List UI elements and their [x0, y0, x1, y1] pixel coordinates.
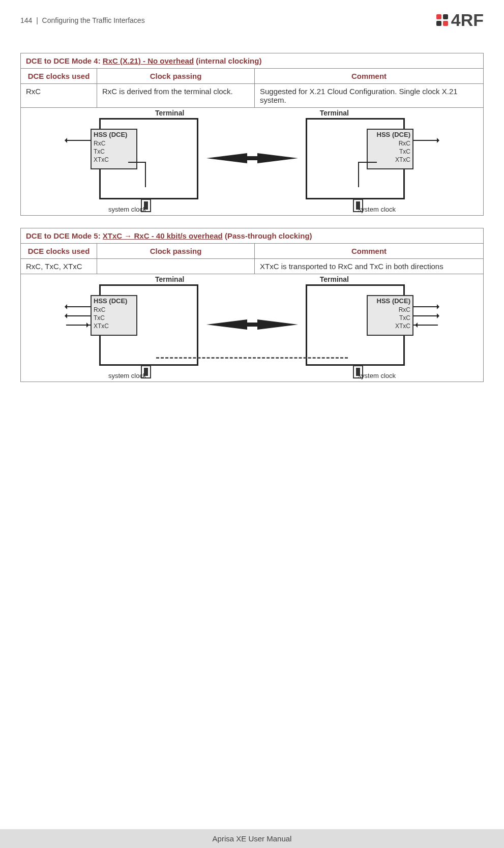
- mode4-title-suffix: (internal clocking): [194, 56, 261, 65]
- header-left-text: 144 | Configuring the Traffic Interfaces: [20, 16, 145, 24]
- hss-title-left5: HSS (DCE): [94, 297, 134, 305]
- mode5-title-cell: DCE to DCE Mode 5: XTxC → RxC - 40 kbit/…: [21, 228, 484, 244]
- txc-label5: TxC: [94, 314, 105, 322]
- txc-label-r: TxC: [399, 148, 410, 156]
- dashed-link-line: [156, 357, 348, 359]
- mode4-title-cell: DCE to DCE Mode 4: RxC (X.21) - No overh…: [21, 53, 484, 69]
- arrow-icon: [66, 325, 91, 326]
- section-title: Configuring the Traffic Interfaces: [42, 16, 145, 24]
- mode5-title-suffix: (Pass-through clocking): [223, 231, 312, 240]
- terminal-label-right5: Terminal: [320, 275, 349, 283]
- radio-link-arrow-icon: [206, 318, 298, 331]
- mode5-title-underline: XTxC → RxC - 40 kbit/s overhead: [103, 231, 223, 240]
- hss-title-right: HSS (DCE): [370, 131, 410, 138]
- svg-marker-1: [206, 319, 298, 330]
- system-clock-label-right5: system clock: [358, 372, 396, 379]
- mode4-title-underline: RxC (X.21) - No overhead: [103, 56, 194, 65]
- xtxc-label: XTxC: [94, 156, 109, 164]
- mode5-col1-header: DCE clocks used: [21, 244, 97, 259]
- mode5-col2-header: Clock passing: [97, 244, 255, 259]
- mode4-title-prefix: DCE to DCE Mode 4:: [26, 56, 103, 65]
- system-clock-label-left: system clock: [108, 206, 146, 213]
- hss-block-right5: HSS (DCE) RxC TxC XTxC: [367, 295, 413, 336]
- rxc-label5: RxC: [94, 306, 105, 314]
- svg-marker-0: [206, 153, 298, 163]
- footer-bar: Aprisa XE User Manual: [0, 829, 504, 848]
- hss-block-left: HSS (DCE) RxC TxC XTxC: [91, 129, 137, 169]
- mode4-table: DCE to DCE Mode 4: RxC (X.21) - No overh…: [20, 53, 484, 216]
- hss-title-right5: HSS (DCE): [370, 297, 410, 305]
- mode5-diagram: Terminal Terminal HSS (DCE) RxC TxC XTxC: [23, 278, 481, 377]
- rxc-label: RxC: [94, 139, 105, 148]
- hss-block-right: HSS (DCE) RxC TxC XTxC: [367, 129, 413, 169]
- mode4-col1-header: DCE clocks used: [21, 69, 97, 84]
- terminal-label-left5: Terminal: [155, 275, 184, 283]
- mode5-r1c1: RxC, TxC, XTxC: [21, 259, 97, 274]
- logo-text: 4RF: [451, 10, 484, 30]
- system-clock-label-right: system clock: [358, 206, 396, 213]
- terminal-box-right5: HSS (DCE) RxC TxC XTxC: [306, 284, 405, 366]
- system-clock-label-left5: system clock: [108, 372, 146, 379]
- txc-label: TxC: [94, 148, 105, 156]
- xtxc-label5r: XTxC: [395, 322, 410, 330]
- arrow-icon: [66, 315, 91, 316]
- hss-block-left5: HSS (DCE) RxC TxC XTxC: [91, 295, 137, 336]
- mode4-col2-header: Clock passing: [97, 69, 255, 84]
- mode4-r1c1: RxC: [21, 84, 97, 108]
- arrow-icon: [66, 306, 91, 307]
- rxc-label5r: RxC: [399, 306, 410, 314]
- clock-wire-right: [358, 162, 359, 187]
- sysclk-text-r: system clock: [358, 206, 396, 213]
- footer-manual-title: Aprisa XE User Manual: [213, 834, 292, 843]
- mode4-col3-header: Comment: [255, 69, 484, 84]
- arrow-icon: [66, 140, 91, 141]
- logo-dots-icon: [436, 14, 448, 26]
- hss-title-left: HSS (DCE): [94, 131, 134, 138]
- sysclk-text5: system clock: [108, 372, 146, 379]
- arrow-icon: [413, 325, 438, 326]
- mode5-col3-header: Comment: [255, 244, 484, 259]
- terminal-label-right: Terminal: [320, 109, 349, 117]
- mode5-table: DCE to DCE Mode 5: XTxC → RxC - 40 kbit/…: [20, 228, 484, 382]
- brand-logo: 4RF: [436, 10, 484, 30]
- terminal-box-left: HSS (DCE) RxC TxC XTxC: [99, 118, 198, 199]
- xtxc-label5: XTxC: [94, 322, 109, 330]
- sysclk-text5r: system clock: [358, 372, 396, 379]
- rxc-label-r: RxC: [399, 139, 410, 148]
- terminal-box-left5: HSS (DCE) RxC TxC XTxC: [99, 284, 198, 366]
- arrow-icon: [413, 140, 438, 141]
- page-header: 144 | Configuring the Traffic Interfaces…: [20, 10, 484, 30]
- page-number: 144: [20, 16, 32, 24]
- radio-link-arrow-icon: [206, 152, 298, 165]
- mode5-r1c2: [97, 259, 255, 274]
- mode4-diagram-cell: Terminal Terminal HSS (DCE) RxC TxC XTxC…: [21, 108, 484, 216]
- arrow-icon: [413, 306, 438, 307]
- clock-wire-left: [145, 162, 146, 187]
- terminal-label-left: Terminal: [155, 109, 184, 117]
- mode5-title-prefix: DCE to DCE Mode 5:: [26, 231, 103, 240]
- xtxc-label-r: XTxC: [395, 156, 410, 164]
- mode5-diagram-cell: Terminal Terminal HSS (DCE) RxC TxC XTxC: [21, 274, 484, 382]
- terminal-box-right: HSS (DCE) RxC TxC XTxC: [306, 118, 405, 199]
- mode4-diagram: Terminal Terminal HSS (DCE) RxC TxC XTxC…: [23, 112, 481, 211]
- mode4-r1c3: Suggested for X.21 Cloud Configuration. …: [255, 84, 484, 108]
- header-sep: |: [36, 16, 38, 24]
- sysclk-text: system clock: [108, 206, 146, 213]
- mode4-r1c2: RxC is derived from the terminal clock.: [97, 84, 255, 108]
- mode5-r1c3: XTxC is transported to RxC and TxC in bo…: [255, 259, 484, 274]
- arrow-icon: [413, 315, 438, 316]
- txc-label5r: TxC: [399, 314, 410, 322]
